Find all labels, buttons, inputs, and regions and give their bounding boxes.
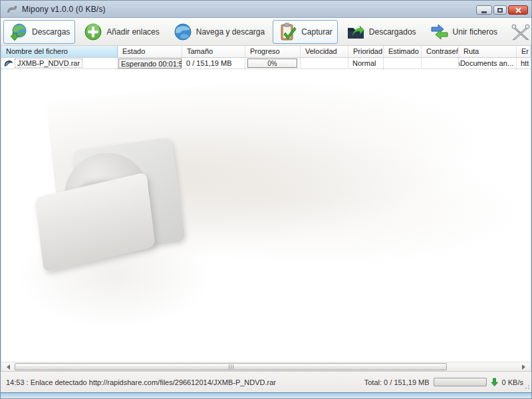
cell-nombre: JXMB-P_NDVD.rar (1, 58, 118, 69)
toolbar-button-opciones[interactable]: Opciones (505, 20, 532, 44)
cell-estado: Esperando 00:01:54 (118, 58, 182, 69)
scroll-right-button[interactable] (519, 363, 529, 371)
column-header-progreso[interactable]: Progreso (245, 46, 301, 57)
add-links-icon (83, 22, 103, 42)
toolbar-button-label: Capturar (301, 27, 332, 37)
options-tools-icon (511, 22, 531, 42)
mipony-window: Mipony v1.0.0 (0 KB/s) Descargas (0, 0, 532, 399)
file-name: JXMB-P_NDVD.rar (15, 59, 82, 67)
toolbar-button-capturar[interactable]: Capturar (273, 20, 338, 44)
maximize-button[interactable] (493, 5, 507, 15)
column-header-ruta[interactable]: Ruta (459, 46, 517, 57)
toolbar-button-anadir-enlaces[interactable]: Añadir enlaces (78, 20, 164, 44)
progress-bar: 0% (247, 59, 297, 68)
thumb-grip (231, 364, 231, 369)
window-title: Mipony v1.0.0 (0 KB/s) (22, 5, 106, 14)
minimize-button[interactable] (476, 5, 492, 15)
toolbar-button-label: Unir ficheros (453, 27, 497, 37)
cell-prioridad: Normal (348, 58, 384, 69)
column-header-estado[interactable]: Estado (118, 46, 182, 57)
column-header-velocidad[interactable]: Velocidad (301, 46, 348, 57)
cell-enlace: htt (517, 58, 531, 69)
toolbar-button-label: Añadir enlaces (106, 27, 159, 37)
close-button[interactable] (508, 5, 528, 15)
window-bottom-frame (1, 392, 531, 398)
cell-contrasena (422, 58, 459, 69)
toolbar-button-label: Descargas (32, 27, 70, 37)
downloads-table: Nombre del fichero Estado Tamaño Progres… (1, 46, 531, 371)
column-header-prioridad[interactable]: Prioridad (348, 46, 384, 57)
cell-progreso: 0% (245, 58, 301, 69)
status-summary: Total: 0 / 151,19 MB 0 KB/s (364, 378, 523, 386)
table-empty-area (1, 69, 531, 362)
rapidshare-link-icon (3, 59, 13, 68)
downloaded-folder-icon (346, 22, 366, 42)
cell-ruta: C:\Documents an... (459, 58, 517, 69)
mipony-watermark-logo (38, 144, 184, 263)
column-header-tamano[interactable]: Tamaño (182, 46, 245, 57)
join-files-icon (430, 22, 450, 42)
status-message: 14:53 : Enlace detectado http://rapidsha… (6, 378, 276, 386)
table-row[interactable]: JXMB-P_NDVD.rar Esperando 00:01:54 0 / 1… (1, 58, 531, 69)
total-label: Total: 0 / 151,19 MB (364, 378, 430, 386)
toolbar-button-descargados[interactable]: Descargados (340, 20, 422, 44)
thumb-grip (233, 364, 233, 369)
toolbar-button-label: Navega y descarga (196, 27, 265, 37)
scrollbar-thumb[interactable] (15, 363, 447, 370)
toolbar-button-descargas[interactable]: Descargas (3, 20, 75, 44)
cell-velocidad (301, 58, 348, 69)
statusbar: 14:53 : Enlace detectado http://rapidsha… (1, 371, 531, 392)
download-arrow-icon (491, 378, 498, 386)
titlebar[interactable]: Mipony v1.0.0 (0 KB/s) (1, 1, 531, 17)
resize-grip[interactable] (524, 384, 530, 390)
table-header-row: Nombre del fichero Estado Tamaño Progres… (1, 46, 531, 58)
column-header-nombre[interactable]: Nombre del fichero (1, 46, 118, 57)
window-controls (476, 5, 528, 15)
close-icon (515, 7, 521, 13)
toolbar-button-navega-y-descarga[interactable]: Navega y descarga (168, 20, 270, 44)
watermark-folder-front (35, 172, 155, 272)
scroll-left-button[interactable] (3, 363, 13, 371)
scroll-left-icon (7, 364, 10, 370)
maximize-icon (497, 8, 503, 13)
total-progress-bar (434, 378, 487, 386)
column-header-estimado[interactable]: Estimado (384, 46, 422, 57)
app-icon (6, 4, 18, 15)
toolbar-button-label: Descargados (369, 27, 416, 37)
column-header-contrasena[interactable]: Contraseña (422, 46, 459, 57)
column-header-enlace[interactable]: Er (517, 46, 531, 57)
toolbar-button-unir-ficheros[interactable]: Unir ficheros (424, 20, 503, 44)
cell-estimado (384, 58, 422, 69)
globe-download-icon (9, 22, 29, 42)
minimize-icon (481, 11, 487, 13)
status-badge: Esperando 00:01:54 (118, 59, 182, 68)
thumb-grip (229, 364, 229, 369)
global-speed: 0 KB/s (502, 378, 523, 386)
scroll-right-icon (522, 364, 525, 370)
horizontal-scrollbar (1, 362, 531, 371)
cell-tamano: 0 / 151,19 MB (182, 58, 245, 69)
capture-clipboard-icon (278, 22, 298, 42)
browse-globe-icon (173, 22, 193, 42)
toolbar: Descargas Añadir enlaces Navega y descar… (1, 17, 531, 46)
